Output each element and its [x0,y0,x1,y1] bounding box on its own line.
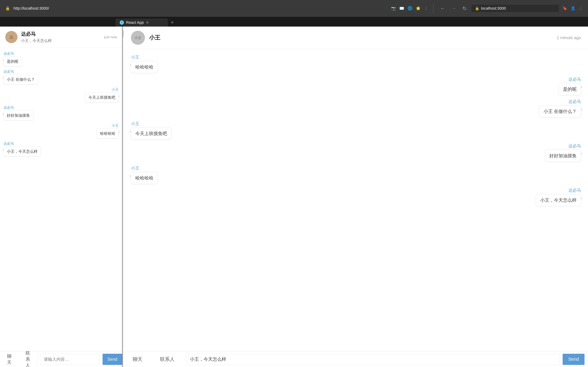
msg-sender: 达必马 [3,51,14,56]
msg-bubble: 今天上班摸鱼吧 [131,128,172,140]
msg-sender: 达必马 [3,105,14,110]
msg-sender: 小王 [131,165,139,171]
right-send-button[interactable]: Send [563,354,585,365]
left-contact-time: just now [104,35,117,39]
msg-sender: 达必马 [568,99,581,104]
mail-icon: ✉️ [399,6,404,11]
list-item: 达必马 小王，今天怎么样 [536,188,581,206]
tab-contacts-right[interactable]: 联系人 [151,351,183,367]
list-item: 小王 哈哈哈哈 [131,165,253,184]
msg-sender: 达必马 [3,69,14,74]
msg-sender: 小王 [131,121,139,126]
left-bottom-tabs: 聊天 联系人 [0,351,37,367]
msg-bubble: 哈哈哈哈 [131,61,158,73]
msg-bubble: 小王，今天怎么样 [3,147,41,156]
menu-icon[interactable]: ⋮ [424,6,428,11]
msg-bubble: 今天上班摸鱼吧 [85,93,119,102]
msg-bubble: 是的呢 [3,57,22,67]
msg-bubble: 小王 在做什么？ [539,105,581,117]
left-panel: 达 达必马 小王，今天怎么样 just now 达必马 是的呢 达必马 小王 [0,26,122,367]
tab-chat-left[interactable]: 聊天 [0,351,18,367]
right-input-area: Send [183,354,588,365]
msg-bubble: 是的呢 [559,83,581,95]
refresh-button[interactable]: ↻ [461,5,468,12]
list-item: 小王 哈哈哈哈 [131,54,253,73]
left-chat-input[interactable] [40,354,100,365]
list-item: 达必马 是的呢 [559,76,581,95]
react-icon: ⚛ [120,20,124,25]
back-button[interactable]: ← [439,5,446,12]
browser-chrome: 🔒 http://localhost:3000/ 📷 ✉️ 🌐 ⭐ ⋮ ← → … [0,0,588,17]
msg-bubble: 小王，今天怎么样 [536,194,581,206]
shield-icon: 🔒 [475,6,479,10]
tab-title: React App [126,20,144,25]
left-send-button[interactable]: Send [103,354,122,365]
list-item: 达必马 好好加油摸鱼 [545,143,581,162]
main-area: 达 达必马 小王，今天怎么样 just now 达必马 是的呢 达必马 小王 [0,26,588,367]
right-header: 小王 小王 1 minute ago [124,26,588,49]
msg-bubble: 哈哈哈哈 [97,129,119,138]
msg-sender: 小王 [131,54,139,60]
left-input-area: Send [37,354,125,365]
left-header: 达 达必马 小王，今天怎么样 just now [0,26,122,48]
left-scrollbar [122,26,124,367]
right-panel: 小王 小王 1 minute ago 小王 哈哈哈哈 达必马 是的呢 [124,26,588,367]
right-chat-input[interactable] [186,354,560,365]
forward-button[interactable]: → [450,5,458,12]
right-chat-container: 小王 小王 1 minute ago 小王 哈哈哈哈 达必马 是的呢 [124,26,588,367]
right-bottom-bar: 聊天 联系人 Send [124,351,588,367]
globe-icon: 🌐 [407,6,412,11]
right-avatar: 小王 [131,31,145,45]
tab-chat-right[interactable]: 聊天 [124,351,151,367]
lock-icon: 🔒 [5,6,10,11]
msg-sender: 小王 [112,123,119,128]
address-bar-left: 🔒 http://localhost:3000/ 📷 ✉️ 🌐 ⭐ ⋮ ← → … [0,0,588,17]
left-avatar: 达 [5,31,17,43]
react-app-tab[interactable]: ⚛ React App ✕ [115,18,168,26]
left-messages-area: 达必马 是的呢 达必马 小王 在做什么？ 小王 今天上班摸鱼吧 达必马 好好加油… [0,48,122,351]
msg-bubble: 哈哈哈哈 [131,172,158,184]
right-url-display: localhost:3000 [481,6,506,11]
list-item: 小王 今天上班摸鱼吧 [85,87,119,102]
url-display: http://localhost:3000/ [13,6,49,11]
msg-sender: 达必马 [3,141,14,146]
msg-sender: 小王 [112,87,119,92]
msg-bubble: 好好加油摸鱼 [545,150,581,162]
right-avatar-text: 小王 [134,35,141,40]
list-item: 达必马 小王 在做什么？ [3,69,60,84]
right-messages-area: 小王 哈哈哈哈 达必马 是的呢 达必马 小王 在做什么？ 小王 今天上班摸鱼吧 [124,49,588,351]
right-bottom-tabs: 聊天 联系人 [124,351,183,367]
scrollbar-thumb [123,30,123,37]
more-icon[interactable]: ⋮ [579,6,583,11]
list-item: 达必马 是的呢 [3,51,60,67]
profile-icon[interactable]: 👤 [571,6,575,11]
right-header-info: 小王 [149,34,160,42]
tab-contacts-left[interactable]: 联系人 [18,351,37,367]
msg-bubble: 小王 在做什么？ [3,75,38,84]
left-chat-container: 达 达必马 小王，今天怎么样 just now 达必马 是的呢 达必马 小王 [0,26,122,367]
msg-bubble: 好好加油摸鱼 [3,111,33,120]
msg-sender: 达必马 [568,188,581,193]
right-contact-name: 小王 [149,34,160,42]
star-icon: ⭐ [416,6,421,11]
camera-icon: 📷 [391,6,396,11]
list-item: 达必马 小王 在做什么？ [539,99,581,117]
list-item: 小王 哈哈哈哈 [97,123,119,138]
bookmark-icon[interactable]: 🔖 [562,6,567,11]
right-contact-time: 1 minute ago [557,35,581,40]
msg-sender: 达必马 [568,143,581,149]
list-item: 达必马 小王，今天怎么样 [3,141,60,156]
left-bottom-bar: 聊天 联系人 Send [0,351,122,367]
left-header-info: 达必马 小王，今天怎么样 [21,31,101,43]
msg-sender: 达必马 [568,76,581,82]
new-tab-button[interactable]: + [168,18,176,26]
tab-bar: ⚛ React App ✕ + [0,17,588,26]
list-item: 小王 今天上班摸鱼吧 [131,121,253,140]
left-contact-name: 达必马 [21,31,101,37]
tab-close-button[interactable]: ✕ [146,20,149,25]
list-item: 达必马 好好加油摸鱼 [3,105,60,120]
left-contact-preview: 小王，今天怎么样 [21,38,101,43]
